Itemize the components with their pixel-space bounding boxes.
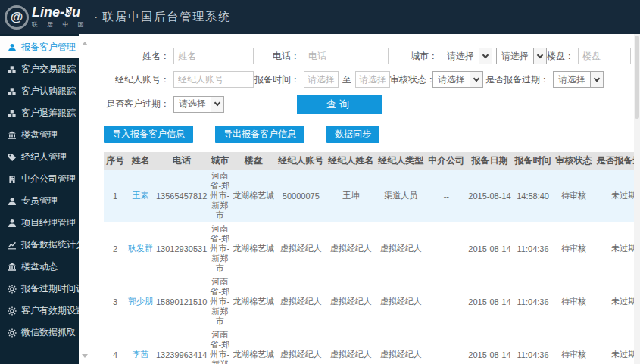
table-cell: 龙湖棉艺城 <box>231 222 276 275</box>
table-cell: 耿发群 <box>126 222 155 275</box>
scroll-down-icon[interactable] <box>82 354 88 358</box>
table-row: 2耿发群13012930531河南省-郑州市-新郑市龙湖棉艺城虚拟经纪人虚拟经纪… <box>104 222 640 275</box>
sidebar-item-label: 楼盘动态 <box>21 260 58 273</box>
sidebar-item[interactable]: 报备过期时间设置 <box>0 278 79 300</box>
table-body: 1王素13565457812河南省-郑州市-新郑市龙湖棉艺城50000075王坤… <box>104 170 640 364</box>
city-city-select[interactable]: 请选择 <box>496 48 547 64</box>
table-cell: 13565457812 <box>155 170 208 222</box>
sidebar-item[interactable]: 客户有效期设置 <box>0 300 79 322</box>
sidebar-item-label: 客户退筹跟踪 <box>21 107 76 120</box>
estate-label: 楼盘： <box>547 50 578 63</box>
table-cell: 待审核 <box>554 275 595 328</box>
table-cell: 虚拟经纪人 <box>276 222 326 275</box>
data-sync-button[interactable]: 数据同步 <box>326 126 379 143</box>
sidebar-item[interactable]: 中介公司管理 <box>0 168 79 190</box>
table-row: 1王素13565457812河南省-郑州市-新郑市龙湖棉艺城50000075王坤… <box>104 170 640 222</box>
customer-name-link[interactable]: 李茜 <box>133 350 149 359</box>
sidebar-item[interactable]: 楼盘动态 <box>0 256 79 278</box>
column-header: 经纪人类型 <box>376 152 426 170</box>
report-time-to-input[interactable] <box>355 71 390 88</box>
table-cell: 待审核 <box>554 222 595 275</box>
bank-icon <box>7 262 17 272</box>
table-cell: 王坤 <box>326 170 376 222</box>
sidebar-item[interactable]: 经纪人管理 <box>0 146 79 168</box>
chevron-down-icon <box>479 48 492 64</box>
sidebar-item-label: 报备客户管理 <box>21 41 76 54</box>
column-header: 经纪人姓名 <box>326 152 376 170</box>
report-time-from-input[interactable] <box>304 71 339 88</box>
table-cell: 河南省-郑州市-新郑市 <box>208 222 231 275</box>
column-header: 经纪人账号 <box>276 152 326 170</box>
table-cell: 14:58:40 <box>513 170 554 222</box>
export-report-customers-button[interactable]: 导出报备客户信息 <box>215 126 304 143</box>
customer-expire-label: 是否客户过期： <box>104 98 173 110</box>
report-expire-select[interactable]: 请选择 <box>553 71 604 88</box>
table-cell: 15890121510 <box>155 275 208 328</box>
logo-subtext: 联 居 中 国 <box>32 20 88 29</box>
customer-name-link[interactable]: 郭少朋 <box>128 297 153 306</box>
sidebar-item[interactable]: 楼盘管理 <box>0 124 79 146</box>
column-header: 序号 <box>104 152 126 170</box>
sidebar-item-label: 客户交易跟踪 <box>21 63 76 76</box>
app-logo: @ Line-Ju 联 居 中 国 <box>0 5 92 30</box>
customer-name-link[interactable]: 王素 <box>133 191 149 200</box>
sidebar-item-label: 中介公司管理 <box>21 173 76 185</box>
sidebar-scrollbar[interactable] <box>79 34 89 364</box>
table-cell: 11:04:36 <box>513 328 554 364</box>
table-cell: 11:04:36 <box>513 222 554 275</box>
column-header: 审核状态 <box>554 152 595 170</box>
customer-name-link[interactable]: 耿发群 <box>128 244 153 253</box>
table-cell: 虚拟经纪人 <box>326 275 376 328</box>
sidebar-item[interactable]: 报备客户管理 <box>0 36 79 58</box>
import-report-customers-button[interactable]: 导入报备客户信息 <box>104 126 193 143</box>
agent-account-input[interactable] <box>173 71 254 88</box>
chevron-down-icon <box>470 72 482 87</box>
customer-expire-select[interactable]: 请选择 <box>173 96 224 113</box>
cubes-icon <box>7 86 17 96</box>
audit-status-select[interactable]: 请选择 <box>432 71 483 88</box>
scroll-up-icon[interactable] <box>82 42 88 45</box>
table-cell: 李茜 <box>126 328 155 364</box>
scrollbar-thumb[interactable] <box>635 36 639 119</box>
to-label: 至 <box>342 73 351 86</box>
table-cell: 2015-08-14 <box>467 170 512 222</box>
sidebar-item-label: 楼盘管理 <box>21 129 58 142</box>
column-header: 电话 <box>155 152 208 170</box>
estate-input[interactable] <box>578 48 631 64</box>
table-cell: 未过期 <box>595 170 640 222</box>
table-cell: 郭少朋 <box>126 275 155 328</box>
sidebar-item[interactable]: 项目经理管理 <box>0 212 79 234</box>
sidebar: 报备客户管理客户交易跟踪客户认购跟踪客户退筹跟踪楼盘管理经纪人管理中介公司管理专… <box>0 34 79 364</box>
sidebar-item[interactable]: 客户认购跟踪 <box>0 80 79 102</box>
name-input[interactable] <box>173 48 254 64</box>
table-cell: 2015-08-14 <box>467 328 512 364</box>
table-cell: 虚拟经纪人 <box>326 222 376 275</box>
phone-input[interactable] <box>304 48 389 64</box>
table-cell: 2 <box>104 222 126 275</box>
main-content: 姓名： 电话： 城市： 请选择 请选择 楼盘： 经纪人账号： 报备时间： 至 <box>89 34 634 364</box>
user-icon <box>7 196 17 206</box>
phone-label: 电话： <box>254 50 304 63</box>
sidebar-item[interactable]: 客户交易跟踪 <box>0 58 79 80</box>
cubes-icon <box>7 108 17 118</box>
sidebar-item[interactable]: 客户退筹跟踪 <box>0 102 79 124</box>
table-cell: 11:04:36 <box>513 275 554 328</box>
table-row: 4李茜13239963414河南省-郑州市-新郑市龙湖棉艺城虚拟经纪人虚拟经纪人… <box>104 328 640 364</box>
content-scrollbar[interactable] <box>634 34 640 364</box>
city-province-select[interactable]: 请选择 <box>442 48 492 64</box>
page-title: 联居中国后台管理系统 <box>102 10 231 24</box>
table-cell: 龙湖棉艺城 <box>231 328 276 364</box>
table-cell: 龙湖棉艺城 <box>231 170 276 222</box>
sidebar-item[interactable]: 微信数据抓取 <box>0 322 79 344</box>
bank-icon <box>7 130 17 140</box>
sidebar-item[interactable]: 专员管理 <box>0 190 79 212</box>
tag-icon <box>7 152 17 162</box>
search-button[interactable]: 查询 <box>297 95 382 114</box>
table-cell: 虚拟经纪人 <box>326 328 376 364</box>
audit-status-label: 审核状态： <box>390 73 432 86</box>
table-cell: 1 <box>104 170 126 222</box>
table-header-row: 序号姓名电话城市楼盘经纪人账号经纪人姓名经纪人类型中介公司报备日期报备时间审核状… <box>104 152 640 170</box>
sidebar-item[interactable]: 报备数据统计分析 <box>0 234 79 256</box>
table-cell: -- <box>426 328 467 364</box>
logo-at-icon: @ <box>5 5 29 30</box>
